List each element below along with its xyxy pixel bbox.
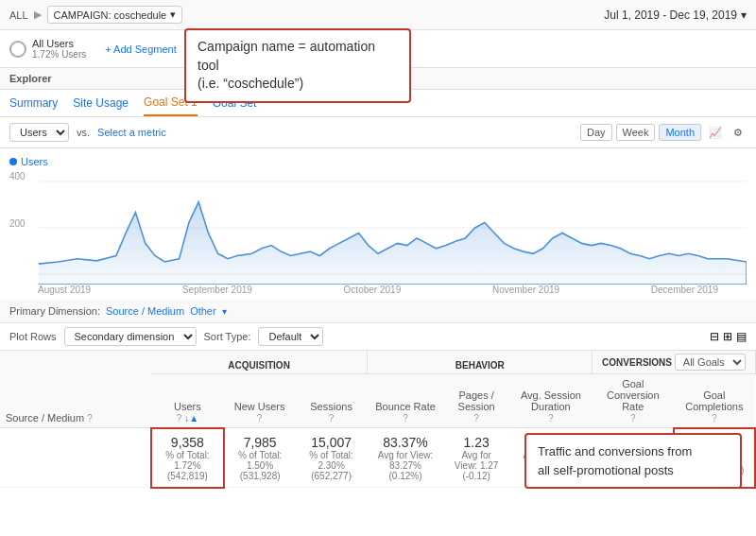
date-range-text: Jul 1, 2019 - Dec 19, 2019 <box>604 9 737 22</box>
toolbar-icons: ⊟ ⊞ ▤ <box>710 330 747 343</box>
segment-info: All Users 1.72% Users <box>32 38 86 60</box>
users-value: 9,358 <box>158 435 217 450</box>
pages-sub: Avg for View: 1.27 (-0.12) <box>449 450 503 481</box>
x-label-aug: August 2019 <box>38 285 91 295</box>
annotation-campaign: Campaign name = automation tool(i.e. “co… <box>184 28 411 103</box>
acquisition-header: Acquisition <box>151 351 368 374</box>
vs-text: vs. <box>77 127 90 138</box>
users-help-icon[interactable]: ? <box>177 413 182 424</box>
grid-icon[interactable]: ⊞ <box>723 330 732 343</box>
chart-canvas: 400 200 <box>9 171 747 285</box>
chart-dot <box>9 158 17 165</box>
pages-value: 1.23 <box>449 435 503 450</box>
col-header-goal-conv: Goal Conversion Rate ? <box>593 374 674 428</box>
filter-icon[interactable]: ⊟ <box>710 330 719 343</box>
bounce-sub: Avg for View: 83.27% (0.12%) <box>373 450 438 481</box>
source-help-icon[interactable]: ? <box>87 413 93 424</box>
annotation-traffic-text: Traffic and conversions fromall self-pro… <box>538 444 692 477</box>
table-icon[interactable]: ▤ <box>736 330 747 343</box>
y-axis-200: 200 <box>9 218 26 229</box>
time-controls: Day Week Month 📈 ⚙ <box>580 124 747 141</box>
y-axis-400: 400 <box>9 171 26 182</box>
segment-pct: 1.72% Users <box>32 49 86 60</box>
col-header-avg-session: Avg. Session Duration ? <box>509 374 593 428</box>
all-button[interactable]: ALL <box>9 9 28 21</box>
annotation-traffic: Traffic and conversions fromall self-pro… <box>524 433 742 489</box>
new-users-value: 7,985 <box>231 435 290 450</box>
chart-label: Users <box>9 156 747 167</box>
cell-pages: 1.23 Avg for View: 1.27 (-0.12) <box>443 428 508 488</box>
primary-dim-value[interactable]: Source / Medium <box>106 305 184 317</box>
cell-bounce: 83.37% Avg for View: 83.27% (0.12%) <box>368 428 444 488</box>
sessions-help-icon[interactable]: ? <box>329 413 335 424</box>
new-users-sub: % of Total: 1.50% (531,928) <box>231 450 290 481</box>
top-bar-left: ALL ▶ CAMPAIGN: coschedule ▾ <box>9 6 182 24</box>
cell-sessions: 15,007 % of Total: 2.30% (652,277) <box>296 428 368 488</box>
plot-rows-label: Plot Rows <box>9 331 57 342</box>
cell-source <box>0 428 151 488</box>
col-header-goal-comp: Goal Completions ? <box>674 374 755 428</box>
sort-type-label: Sort Type: <box>204 331 251 342</box>
users-sort-icon[interactable]: ↓▲ <box>184 413 198 424</box>
x-label-nov: November 2019 <box>492 285 559 295</box>
sessions-value: 15,007 <box>301 435 362 450</box>
other-link[interactable]: Other <box>190 305 216 317</box>
chart-metric-label: Users <box>21 156 48 167</box>
col-header-new-users: New Users ? <box>224 374 296 428</box>
annotation-campaign-text: Campaign name = automation tool(i.e. “co… <box>198 39 375 91</box>
new-users-help-icon[interactable]: ? <box>257 413 263 424</box>
tab-summary[interactable]: Summary <box>9 91 58 115</box>
secondary-dimension-select[interactable]: Secondary dimension <box>64 327 197 346</box>
month-button[interactable]: Month <box>659 124 701 141</box>
all-goals-select[interactable]: All Goals <box>675 354 746 371</box>
bounce-help-icon[interactable]: ? <box>403 413 408 424</box>
tab-site-usage[interactable]: Site Usage <box>73 91 129 115</box>
chart-svg <box>9 171 747 285</box>
cell-users: 9,358 % of Total: 1.72% (542,819) <box>151 428 224 488</box>
pages-help-icon[interactable]: ? <box>473 413 479 424</box>
primary-dim-label: Primary Dimension: <box>9 305 100 317</box>
col-header-source: Source / Medium ? <box>0 351 151 428</box>
segment-circle <box>9 41 26 58</box>
toolbar: Plot Rows Secondary dimension Sort Type:… <box>0 323 756 351</box>
metric-select[interactable]: Users <box>9 123 69 142</box>
segment-item: All Users 1.72% Users <box>9 38 86 60</box>
avg-session-help-icon[interactable]: ? <box>548 413 554 424</box>
campaign-badge[interactable]: CAMPAIGN: coschedule ▾ <box>47 6 183 24</box>
day-button[interactable]: Day <box>580 124 612 141</box>
cell-new-users: 7,985 % of Total: 1.50% (531,928) <box>224 428 296 488</box>
week-button[interactable]: Week <box>616 124 656 141</box>
col-header-sessions: Sessions ? <box>296 374 368 428</box>
controls-bar: Users vs. Select a metric Day Week Month… <box>0 117 756 148</box>
chart-section: Users 400 200 August 2019 September 2019… <box>0 148 756 300</box>
date-range-dropdown-icon: ▾ <box>741 9 747 22</box>
primary-dim: Primary Dimension: Source / Medium Other… <box>0 300 756 323</box>
col-header-users: Users ? ↓▲ <box>151 374 224 428</box>
x-label-sep: September 2019 <box>182 285 252 295</box>
campaign-dropdown-icon: ▾ <box>170 9 176 21</box>
sort-default-select[interactable]: Default <box>258 327 323 346</box>
behavior-header: Behavior <box>368 351 593 374</box>
col-header-bounce: Bounce Rate ? <box>368 374 444 428</box>
x-axis: August 2019 September 2019 October 2019 … <box>9 285 747 295</box>
date-range[interactable]: Jul 1, 2019 - Dec 19, 2019 ▾ <box>604 9 747 22</box>
col-header-pages: Pages / Session ? <box>443 374 508 428</box>
conversions-header: Conversions All Goals <box>593 351 755 374</box>
users-sub: % of Total: 1.72% (542,819) <box>158 450 217 481</box>
explorer-label: Explorer <box>9 73 52 84</box>
other-dropdown-icon: ▾ <box>222 306 227 317</box>
x-label-dec: December 2019 <box>651 285 718 295</box>
x-label-oct: October 2019 <box>344 285 402 295</box>
top-bar: ALL ▶ CAMPAIGN: coschedule ▾ Jul 1, 2019… <box>0 0 756 30</box>
select-metric[interactable]: Select a metric <box>97 127 166 138</box>
line-chart-icon[interactable]: 📈 <box>705 125 726 141</box>
add-segment-button[interactable]: + Add Segment <box>105 43 177 55</box>
scatter-chart-icon[interactable]: ⚙ <box>730 125 747 141</box>
campaign-label: CAMPAIGN: coschedule <box>54 9 167 21</box>
segment-name: All Users <box>32 38 86 49</box>
bounce-value: 83.37% <box>373 435 438 450</box>
goal-comp-help-icon[interactable]: ? <box>712 413 717 424</box>
sessions-sub: % of Total: 2.30% (652,277) <box>301 450 362 481</box>
goal-conv-help-icon[interactable]: ? <box>630 413 636 424</box>
